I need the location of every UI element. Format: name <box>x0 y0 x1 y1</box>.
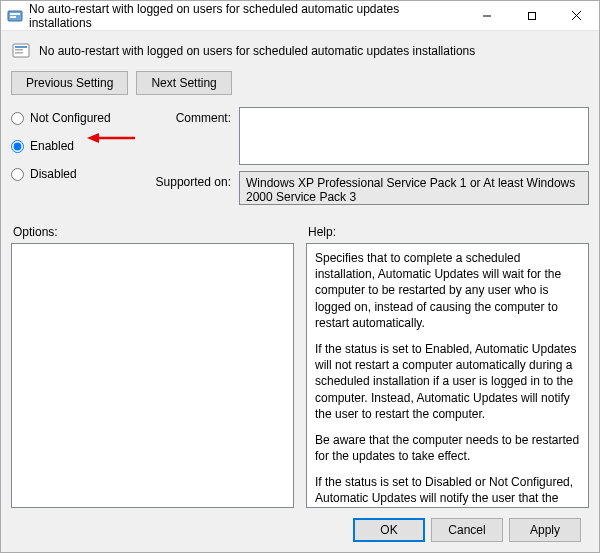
nav-buttons: Previous Setting Next Setting <box>11 71 589 95</box>
help-paragraph: Specifies that to complete a scheduled i… <box>315 250 580 331</box>
help-paragraph: If the status is set to Disabled or Not … <box>315 474 580 508</box>
supported-row: Supported on: Windows XP Professional Se… <box>151 171 589 205</box>
arrow-annotation-icon <box>87 131 135 145</box>
help-paragraph: If the status is set to Enabled, Automat… <box>315 341 580 422</box>
svg-rect-10 <box>15 52 23 54</box>
previous-setting-button[interactable]: Previous Setting <box>11 71 128 95</box>
minimize-button[interactable] <box>464 1 509 30</box>
lower-panels: Options: Help: Specifies that to complet… <box>11 221 589 508</box>
comment-label: Comment: <box>151 107 231 165</box>
help-column: Help: Specifies that to complete a sched… <box>306 221 589 508</box>
svg-rect-1 <box>10 13 20 15</box>
maximize-button[interactable] <box>509 1 554 30</box>
dialog-content: No auto-restart with logged on users for… <box>1 31 599 552</box>
radio-disabled-label: Disabled <box>30 167 77 181</box>
titlebar[interactable]: No auto-restart with logged on users for… <box>1 1 599 31</box>
next-setting-button[interactable]: Next Setting <box>136 71 231 95</box>
radio-not-configured-input[interactable] <box>11 112 24 125</box>
dialog-footer: OK Cancel Apply <box>11 508 589 542</box>
window-controls <box>464 1 599 30</box>
window-title: No auto-restart with logged on users for… <box>29 2 464 30</box>
help-panel[interactable]: Specifies that to complete a scheduled i… <box>306 243 589 508</box>
radio-enabled-label: Enabled <box>30 139 74 153</box>
help-paragraph: Be aware that the computer needs to be r… <box>315 432 580 464</box>
cancel-button[interactable]: Cancel <box>431 518 503 542</box>
policy-icon <box>11 41 31 61</box>
radio-not-configured[interactable]: Not Configured <box>11 111 141 125</box>
fields-column: Comment: Supported on: Windows XP Profes… <box>151 107 589 205</box>
app-icon <box>7 8 23 24</box>
svg-rect-8 <box>15 46 27 48</box>
policy-title: No auto-restart with logged on users for… <box>39 44 475 58</box>
help-label: Help: <box>306 221 589 243</box>
close-button[interactable] <box>554 1 599 30</box>
options-column: Options: <box>11 221 294 508</box>
svg-rect-2 <box>10 16 16 18</box>
options-panel[interactable] <box>11 243 294 508</box>
svg-rect-9 <box>15 49 23 51</box>
supported-on-box: Windows XP Professional Service Pack 1 o… <box>239 171 589 205</box>
comment-row: Comment: <box>151 107 589 165</box>
apply-button[interactable]: Apply <box>509 518 581 542</box>
radio-enabled-input[interactable] <box>11 140 24 153</box>
options-label: Options: <box>11 221 294 243</box>
supported-label: Supported on: <box>151 171 231 205</box>
svg-marker-12 <box>87 133 99 143</box>
policy-header: No auto-restart with logged on users for… <box>11 41 589 61</box>
config-area: Not Configured Enabled Disabled Comment: <box>11 107 589 205</box>
radio-not-configured-label: Not Configured <box>30 111 111 125</box>
radio-disabled[interactable]: Disabled <box>11 167 141 181</box>
supported-on-text: Windows XP Professional Service Pack 1 o… <box>246 176 575 204</box>
svg-rect-4 <box>528 12 535 19</box>
policy-dialog: No auto-restart with logged on users for… <box>0 0 600 553</box>
state-radios: Not Configured Enabled Disabled <box>11 107 141 205</box>
radio-disabled-input[interactable] <box>11 168 24 181</box>
comment-textarea[interactable] <box>239 107 589 165</box>
ok-button[interactable]: OK <box>353 518 425 542</box>
